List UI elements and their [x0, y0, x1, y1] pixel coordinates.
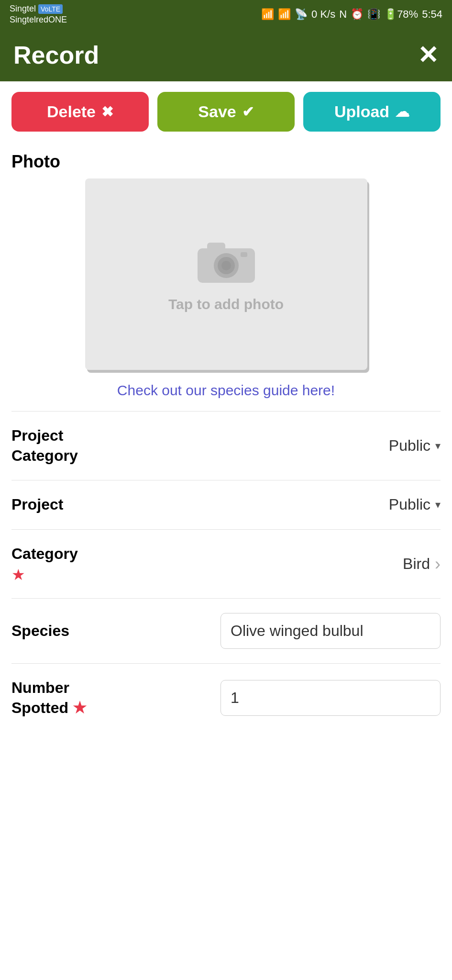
project-category-value[interactable]: Public ▾ — [389, 437, 441, 455]
svg-point-4 — [221, 261, 231, 270]
number-spotted-input[interactable] — [220, 680, 441, 716]
wifi-icon: 📡 — [295, 8, 308, 21]
battery-icon: 🔋78% — [384, 8, 418, 21]
nfc-icon: N — [339, 8, 347, 21]
status-bar: Singtel VoLTE SingtelredONE 📶 📶 📡 0 K/s … — [0, 0, 452, 29]
species-row: Species — [11, 599, 441, 664]
network-name: SingtelredONE — [10, 14, 67, 25]
save-icon: ✔ — [242, 103, 254, 120]
carrier-info: Singtel VoLTE SingtelredONE — [10, 3, 67, 26]
project-value[interactable]: Public ▾ — [389, 496, 441, 513]
vibrate-icon: 📳 — [367, 8, 380, 21]
number-spotted-row: NumberSpotted ★ — [11, 664, 441, 732]
category-chevron-icon: › — [435, 554, 441, 574]
project-dropdown-icon: ▾ — [435, 499, 441, 511]
status-right: 📶 📶 📡 0 K/s N ⏰ 📳 🔋78% 5:54 — [261, 8, 442, 21]
delete-icon: ✖ — [101, 103, 113, 120]
carrier-name: Singtel VoLTE — [10, 3, 67, 14]
camera-icon-wrapper: Tap to add photo — [168, 234, 284, 314]
category-label: Category — [11, 544, 78, 564]
close-button[interactable]: ✕ — [418, 41, 439, 69]
upload-label: Upload — [334, 102, 389, 121]
species-guide-link[interactable]: Check out our species guide here! — [11, 370, 441, 412]
species-label: Species — [11, 621, 69, 641]
delete-button[interactable]: Delete ✖ — [11, 92, 149, 132]
delete-label: Delete — [47, 102, 96, 121]
category-label-block: Category ★ — [11, 544, 78, 584]
signal-icon: 📶 — [261, 8, 274, 21]
signal-icon-2: 📶 — [278, 8, 291, 21]
number-spotted-label: NumberSpotted ★ — [11, 678, 87, 718]
header: Record ✕ — [0, 29, 452, 81]
photo-section-label: Photo — [11, 142, 441, 178]
save-label: Save — [198, 102, 236, 121]
category-required-star: ★ — [11, 566, 78, 584]
number-spotted-label-block: NumberSpotted ★ — [11, 678, 87, 718]
svg-rect-5 — [241, 252, 247, 257]
project-label: Project — [11, 495, 63, 515]
action-buttons-container: Delete ✖ Save ✔ Upload ☁ — [0, 81, 452, 142]
page-title: Record — [13, 41, 99, 69]
upload-icon: ☁ — [395, 103, 409, 120]
category-row: Category ★ Bird › — [11, 530, 441, 599]
data-usage: 0 K/s — [311, 8, 335, 21]
project-category-label: ProjectCategory — [11, 426, 78, 466]
main-content: Photo Tap to add photo — [0, 142, 452, 733]
camera-icon — [193, 234, 260, 287]
project-category-dropdown-icon: ▾ — [435, 440, 441, 452]
project-category-row: ProjectCategory Public ▾ — [11, 412, 441, 480]
category-value[interactable]: Bird › — [403, 554, 441, 574]
species-input[interactable] — [220, 613, 441, 649]
upload-button[interactable]: Upload ☁ — [303, 92, 441, 132]
time-display: 5:54 — [422, 8, 442, 21]
number-spotted-required-star: ★ — [73, 699, 87, 716]
project-row: Project Public ▾ — [11, 480, 441, 530]
save-button[interactable]: Save ✔ — [157, 92, 295, 132]
svg-rect-1 — [207, 243, 225, 251]
alarm-icon: ⏰ — [351, 8, 364, 21]
photo-add-area[interactable]: Tap to add photo — [85, 178, 367, 370]
photo-tap-text: Tap to add photo — [168, 294, 284, 314]
